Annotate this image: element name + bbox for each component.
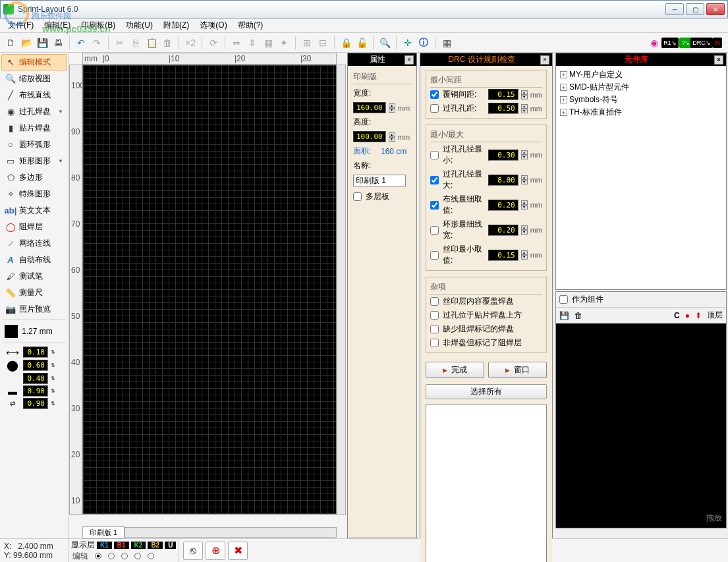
menu-func[interactable]: 功能(U) bbox=[122, 18, 157, 32]
zoom-icon[interactable]: 🔍 bbox=[378, 36, 392, 50]
smd-w-row[interactable]: ▬0.90⇅ bbox=[5, 385, 64, 397]
area-label[interactable]: 面积: bbox=[353, 146, 371, 157]
top-layer-label[interactable]: 顶层 bbox=[707, 310, 723, 321]
align-icon[interactable]: ▦ bbox=[261, 36, 275, 50]
group-icon[interactable]: ⊞ bbox=[300, 36, 314, 50]
menu-options[interactable]: 选项(O) bbox=[196, 18, 231, 32]
crosshair-icon[interactable]: ✛ bbox=[401, 36, 415, 50]
snap-icon[interactable]: ✦ bbox=[277, 36, 291, 50]
tool-circle[interactable]: ○圆环弧形 bbox=[1, 136, 67, 153]
tool-poly[interactable]: ⬠多边形 bbox=[1, 169, 67, 186]
tool-edit[interactable]: ↖编辑模式 bbox=[1, 54, 67, 70]
height-spinner[interactable]: ▴▾ bbox=[389, 132, 395, 142]
record-dot-icon[interactable]: ● bbox=[685, 311, 690, 320]
upload-icon[interactable]: ⬆ bbox=[695, 311, 702, 320]
edit-radio-b2[interactable] bbox=[134, 551, 141, 562]
done-button[interactable]: ▶完成 bbox=[426, 362, 484, 378]
pad-inner-row[interactable]: 0.40⇅ bbox=[5, 373, 64, 384]
multilayer-checkbox[interactable] bbox=[353, 192, 362, 201]
pattern-icon[interactable]: ▦ bbox=[439, 36, 454, 50]
rotate-icon[interactable]: ⟳ bbox=[206, 36, 221, 50]
misc3-check[interactable] bbox=[430, 325, 439, 333]
open-file-icon[interactable]: 📂 bbox=[19, 36, 34, 50]
tool-rect[interactable]: ▭矩形图形▼ bbox=[1, 153, 67, 169]
unlock-icon[interactable]: 🔓 bbox=[354, 36, 369, 50]
status-target-icon[interactable]: ⊕ bbox=[206, 542, 225, 560]
refresh-icon[interactable]: C bbox=[674, 311, 680, 320]
width-spinner[interactable]: ▴▾ bbox=[389, 103, 395, 113]
trackmin-check[interactable] bbox=[430, 201, 439, 210]
misc1-check[interactable] bbox=[430, 297, 439, 306]
close-icon[interactable]: × bbox=[540, 55, 549, 65]
tool-photo[interactable]: 📷照片预览 bbox=[1, 301, 67, 318]
close-button[interactable]: ✕ bbox=[706, 3, 725, 15]
drc-label-icon[interactable]: DRC↘ bbox=[694, 36, 709, 50]
info-icon[interactable]: ⓘ bbox=[416, 36, 431, 50]
mirror-h-icon[interactable]: ⇔ bbox=[229, 36, 244, 50]
drill-value[interactable]: 0.50 bbox=[488, 103, 518, 114]
cut-icon[interactable]: ✂ bbox=[113, 36, 127, 50]
misc4-check[interactable] bbox=[430, 339, 439, 347]
tree-item-my[interactable]: +MY-用户自定义 bbox=[559, 69, 723, 81]
lock-icon[interactable]: 🔒 bbox=[339, 36, 353, 50]
tool-test[interactable]: 🖊测试笔 bbox=[1, 268, 67, 285]
r1-label-icon[interactable]: R1↘ bbox=[663, 36, 677, 50]
tool-net[interactable]: ⟋网络连线 bbox=[1, 235, 67, 252]
tool-special[interactable]: ✧特殊图形 bbox=[1, 186, 67, 202]
mirror-v-icon[interactable]: ⇕ bbox=[245, 36, 260, 50]
library-tree[interactable]: +MY-用户自定义 +SMD-贴片型元件 +Symbols-符号 +TH-标准直… bbox=[556, 66, 726, 289]
track-width-row[interactable]: ⟷0.10⇅ bbox=[5, 347, 64, 358]
tool-zoom[interactable]: 🔍缩放视图 bbox=[1, 70, 67, 87]
component-preview[interactable]: 拖放 bbox=[556, 323, 726, 528]
menu-file[interactable]: 文件(F) bbox=[4, 18, 38, 32]
tool-text[interactable]: ab|英文文本 bbox=[1, 202, 67, 219]
save-icon[interactable]: 💾 bbox=[559, 311, 569, 320]
delete-icon[interactable]: 🗑 bbox=[160, 36, 175, 50]
delete-icon[interactable]: 🗑 bbox=[574, 311, 582, 320]
edit-radio-u[interactable] bbox=[148, 551, 154, 562]
edit-radio-b1[interactable] bbox=[108, 551, 115, 562]
print-icon[interactable]: 🖶 bbox=[51, 36, 65, 50]
tool-measure[interactable]: 📏测量尺 bbox=[1, 285, 67, 301]
close-icon[interactable]: × bbox=[405, 55, 414, 65]
smd-h-row[interactable]: ⇄0.90⇅ bbox=[5, 398, 64, 409]
save-file-icon[interactable]: 💾 bbox=[35, 36, 49, 50]
expand-icon[interactable]: + bbox=[560, 84, 567, 91]
expand-icon[interactable]: + bbox=[560, 96, 567, 103]
layer-k2[interactable]: K2 bbox=[131, 542, 146, 549]
tool-autoroute[interactable]: A自动布线 bbox=[1, 252, 67, 268]
tool-track[interactable]: ╱布线直线 bbox=[1, 87, 67, 103]
layer-k1[interactable]: K1 bbox=[97, 542, 112, 549]
tool-pad[interactable]: ◉过孔焊盘▼ bbox=[1, 103, 67, 120]
window-button[interactable]: ▶窗口 bbox=[488, 362, 547, 378]
ringmin-check[interactable] bbox=[430, 226, 439, 235]
tree-item-th[interactable]: +TH-标准直插件 bbox=[559, 106, 723, 119]
maximize-button[interactable]: ▢ bbox=[686, 3, 704, 15]
layer-b1[interactable]: B1 bbox=[114, 542, 129, 549]
select-all-button[interactable]: 选择所有 bbox=[426, 384, 547, 399]
menu-help[interactable]: 帮助(?) bbox=[234, 18, 267, 32]
macro-icon[interactable]: M bbox=[710, 36, 725, 50]
status-cancel-icon[interactable]: ✖ bbox=[228, 542, 248, 560]
drill-check[interactable] bbox=[430, 104, 439, 113]
drc-results-list[interactable] bbox=[426, 405, 547, 562]
copy-icon[interactable]: ⎘ bbox=[128, 36, 143, 50]
as-component-checkbox[interactable] bbox=[559, 295, 568, 304]
name-input[interactable] bbox=[353, 175, 406, 186]
record-icon[interactable]: ◉ bbox=[647, 36, 661, 50]
undo-icon[interactable]: ↶ bbox=[74, 36, 88, 50]
ungroup-icon[interactable]: ⊟ bbox=[316, 36, 330, 50]
edit-radio-k1[interactable] bbox=[95, 551, 101, 562]
grid-setting[interactable]: 1.27 mm bbox=[1, 322, 67, 341]
width-input[interactable]: 160.00 bbox=[353, 102, 386, 113]
expand-icon[interactable]: + bbox=[560, 109, 567, 116]
edit-radio-k2[interactable] bbox=[121, 551, 128, 562]
duplicate-icon[interactable]: ×2 bbox=[183, 36, 198, 50]
tree-item-smd[interactable]: +SMD-贴片型元件 bbox=[559, 81, 723, 94]
close-icon[interactable]: × bbox=[714, 55, 723, 65]
horizontal-scrollbar[interactable] bbox=[125, 527, 337, 538]
new-file-icon[interactable]: 🗋 bbox=[3, 36, 18, 50]
drillmax-check[interactable] bbox=[430, 176, 439, 184]
board-tab[interactable]: 印刷版 1 bbox=[82, 526, 125, 539]
tool-smd[interactable]: ▮贴片焊盘 bbox=[1, 120, 67, 136]
